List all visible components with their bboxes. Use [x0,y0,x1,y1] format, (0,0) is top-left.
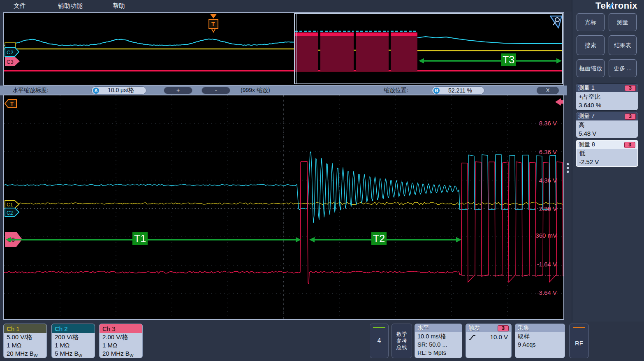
trigger-badge[interactable]: 触发3 10.0 V [466,324,512,358]
channel-1-name: Ch 1 [4,324,46,333]
rf-label: RF [570,340,588,347]
measurement-stat: 低 [577,149,637,157]
channel-impedance: 1 MΩ [52,341,95,349]
channel-2-name: Ch 2 [52,324,95,333]
zoom-in-button[interactable]: + [164,87,192,94]
panel-resize-handle[interactable] [567,163,569,173]
measurement-stat: +占空比 [576,92,638,101]
math-label: 数学 [392,331,412,338]
zoom-out-button[interactable]: - [202,87,230,94]
channel-4-color-line [373,327,385,328]
scale-label-5: 360 mV [535,232,557,239]
ch1-ground-marker[interactable]: C1 [5,201,19,208]
acquisition-count: 9 Acqs [515,340,565,349]
rf-color-line [573,327,585,328]
channel-scale: 2.00 V/格 [100,333,142,341]
annotations [6,98,563,243]
channel-4-button[interactable]: 4 [370,324,389,358]
trigger-title: 触发 [468,324,480,332]
overview-trigger-marker[interactable]: T [209,14,218,32]
source-channel-chip: 3 [625,85,636,91]
measurement-stat: 高 [576,120,638,129]
overview-annotations [419,58,562,64]
measurement-badge-8[interactable]: 测量 83 低 -2.52 V [576,140,638,167]
svg-text:T: T [211,21,215,28]
menu-help[interactable]: 帮助 [113,2,125,10]
overview-ch3-marker[interactable]: C3 [5,57,20,66]
t3-annotation-label: T3 [501,53,516,66]
results-table-button[interactable]: 结果表 [609,35,637,55]
tektronix-logo: Tektronix [595,0,637,11]
scale-label-6: -1.64 V [537,261,557,268]
zoom-scale-control[interactable]: A 10.0 µs/格 [91,86,146,95]
search-button[interactable]: 搜索 [577,35,605,55]
measurement-name: 测量 1 [578,84,595,92]
zoom-position-value: 52.211 % [440,87,484,94]
svg-text:C1: C1 [7,202,13,208]
zoom-magnifier-icon[interactable] [550,16,562,28]
channel-2-badge[interactable]: Ch 2 200 V/格 1 MΩ 5 MHz BW [51,324,95,358]
source-channel-chip: 3 [625,113,636,120]
channel-3-name: Ch 3 [100,324,142,333]
zoom-scale-label: 水平缩放标度: [12,87,49,94]
graticule-grid [4,95,563,319]
right-control-panel: 光标 测量 搜索 结果表 框画缩放 更多 ... 测量 13 +占空比 3.64… [572,0,644,322]
sample-rate: SR: 50.0 ... [415,340,462,349]
channel-1-badge[interactable]: Ch 1 5.00 V/格 1 MΩ 20 MHz BW [3,324,47,358]
trigger-level: 10.0 V [490,333,508,340]
t2-annotation-label: T2 [371,232,387,245]
scale-label-7: -3.64 V [537,289,557,296]
main-waveform-display[interactable]: T C1 C2 C3 8.36 V 6.36 V 4.36 V 2.36 V 3… [3,95,564,320]
more-button[interactable]: 更多 ... [609,59,637,77]
acquisition-mode: 取样 [515,332,565,340]
trigger-position-marker[interactable]: T [5,100,16,108]
knob-b-icon: B [433,88,440,94]
menu-bar: 文件 辅助功能 帮助 [0,0,572,12]
record-length: RL: 5 Mpts [415,349,462,357]
zoom-position-label: 缩放位置: [384,87,408,94]
measurement-value: 3.640 % [576,101,638,109]
scale-label-4: 2.36 V [539,205,557,212]
channel-3-badge[interactable]: Ch 3 2.00 V/格 1 MΩ 20 MHz BW [99,324,143,358]
trigger-source-chip: 3 [498,325,509,331]
math-ref-bus-button[interactable]: 数学 参考 总线 [391,324,412,358]
menu-utility[interactable]: 辅助功能 [58,2,83,10]
scale-label-1: 8.36 V [539,120,557,127]
draw-zoom-button[interactable]: 框画缩放 [577,59,605,77]
channel-impedance: 1 MΩ [100,341,142,349]
measure-button[interactable]: 测量 [609,13,637,31]
svg-text:C3: C3 [7,59,14,65]
oscilloscope-screen: 文件 辅助功能 帮助 Tektronix T C2 C [0,0,644,361]
rf-button[interactable]: RF [569,324,589,358]
source-channel-chip: 3 [624,142,635,148]
acquisition-title: 采集 [518,324,529,332]
channel-4-label: 4 [370,337,388,345]
knob-a-icon: A [93,88,99,94]
rising-edge-icon [468,334,476,340]
cursors-button[interactable]: 光标 [577,13,605,31]
t1-annotation-label: T1 [132,232,148,245]
channel-scale: 200 V/格 [52,333,95,341]
measurement-name: 测量 7 [578,113,595,120]
acquisition-badge[interactable]: 采集 取样 9 Acqs [515,324,565,358]
measurement-badge-7[interactable]: 测量 73 高 5.48 V [576,112,638,138]
close-zoom-button[interactable]: X [536,86,559,95]
horizontal-badge[interactable]: 水平 10.0 ms/格 SR: 50.0 ... RL: 5 Mpts [415,324,462,358]
channel-bandwidth: 5 MHz BW [52,349,95,358]
settings-bar: Ch 1 5.00 V/格 1 MΩ 20 MHz BW Ch 2 200 V/… [0,322,644,361]
channel-impedance: 1 MΩ [4,341,46,349]
svg-text:T: T [10,101,14,107]
waveform-overview-panel[interactable]: T C2 C3 T3 [3,12,564,86]
svg-text:C2: C2 [7,49,14,56]
overview-traces [4,31,563,71]
svg-text:C2: C2 [7,210,13,216]
menu-file[interactable]: 文件 [14,2,26,10]
measurement-value: 5.48 V [576,129,638,138]
zoom-position-control[interactable]: B 52.211 % [432,86,484,95]
scale-label-2: 6.36 V [539,148,557,155]
measurement-badge-1[interactable]: 测量 13 +占空比 3.640 % [576,83,638,111]
ch2-ground-marker[interactable]: C2 [5,208,19,216]
measurement-name: 测量 8 [579,141,595,148]
ref-label: 参考 [392,338,412,344]
bus-label: 总线 [392,344,412,351]
